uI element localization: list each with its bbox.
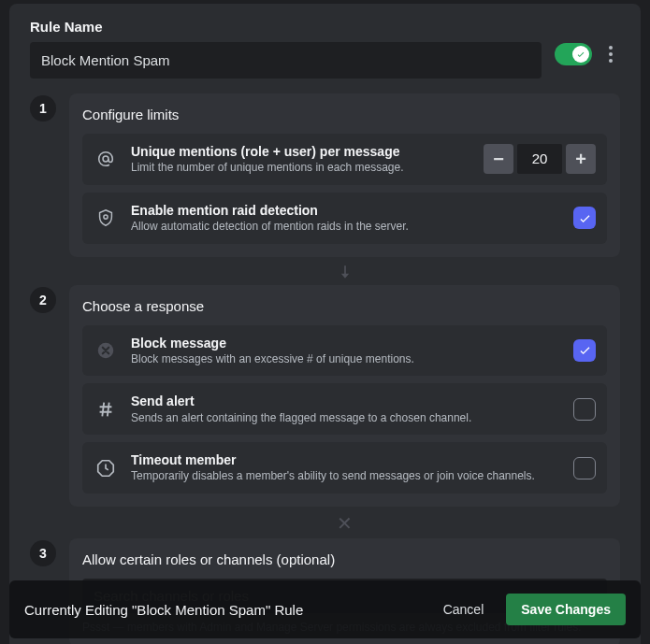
raid-detection-desc: Allow automatic detection of mention rai… <box>131 220 560 235</box>
block-message-desc: Block messages with an excessive # of un… <box>131 352 560 367</box>
rule-enabled-toggle[interactable] <box>555 43 592 65</box>
rule-header: Rule Name <box>30 19 620 79</box>
send-alert-option: Send alert Sends an alert containing the… <box>82 383 607 435</box>
block-icon <box>94 338 118 363</box>
check-icon <box>578 343 592 357</box>
editing-footer-bar: Currently Editing "Block Mention Spam" R… <box>9 580 641 638</box>
timeout-member-checkbox[interactable] <box>573 457 596 479</box>
rule-editor-panel: Rule Name 1 Configure limits Un <box>9 4 641 644</box>
check-icon <box>578 211 592 225</box>
cancel-button[interactable]: Cancel <box>434 594 494 624</box>
timeout-member-title: Timeout member <box>131 451 560 468</box>
step-2-title: Choose a response <box>82 298 607 314</box>
svg-point-0 <box>103 156 108 162</box>
rule-name-input[interactable] <box>30 42 542 79</box>
step-number-3: 3 <box>30 540 56 566</box>
send-alert-desc: Sends an alert containing the flagged me… <box>131 411 560 426</box>
mentions-value[interactable]: 20 <box>517 144 562 174</box>
close-icon: ✕ <box>69 512 620 535</box>
check-icon <box>576 50 585 59</box>
send-alert-checkbox[interactable] <box>573 398 596 421</box>
block-message-option: Block message Block messages with an exc… <box>82 325 607 377</box>
timeout-icon <box>94 456 118 480</box>
svg-point-1 <box>104 215 108 219</box>
mentions-increment-button[interactable]: + <box>566 144 596 174</box>
step-2-body: Choose a response Block message Block me… <box>69 285 620 507</box>
arrow-down-icon <box>69 265 620 279</box>
unique-mentions-title: Unique mentions (role + user) per messag… <box>131 143 470 160</box>
mentions-stepper: − 20 + <box>484 144 596 174</box>
unique-mentions-option: Unique mentions (role + user) per messag… <box>82 134 607 185</box>
rule-name-label: Rule Name <box>30 19 542 35</box>
step-1-title: Configure limits <box>82 107 607 122</box>
step-number-1: 1 <box>30 95 56 122</box>
mentions-decrement-button[interactable]: − <box>484 144 513 174</box>
raid-detection-checkbox[interactable] <box>573 207 596 229</box>
editing-footer-text: Currently Editing "Block Mention Spam" R… <box>24 602 421 618</box>
raid-detection-title: Enable mention raid detection <box>131 202 560 219</box>
more-options-button[interactable] <box>601 43 620 65</box>
step-number-2: 2 <box>30 287 56 313</box>
timeout-member-desc: Temporarily disables a member's ability … <box>131 469 560 484</box>
at-icon <box>94 147 118 171</box>
raid-detection-option: Enable mention raid detection Allow auto… <box>82 193 607 244</box>
step-3-title: Allow certain roles or channels (optiona… <box>82 551 607 567</box>
hash-icon <box>94 397 118 422</box>
save-changes-button[interactable]: Save Changes <box>506 594 626 625</box>
unique-mentions-desc: Limit the number of unique mentions in e… <box>131 161 470 176</box>
shield-icon <box>94 206 118 230</box>
step-1-body: Configure limits Unique mentions (role +… <box>69 93 620 257</box>
timeout-member-option: Timeout member Temporarily disables a me… <box>82 442 607 494</box>
send-alert-title: Send alert <box>131 393 560 409</box>
block-message-title: Block message <box>131 335 560 351</box>
block-message-checkbox[interactable] <box>573 339 596 362</box>
